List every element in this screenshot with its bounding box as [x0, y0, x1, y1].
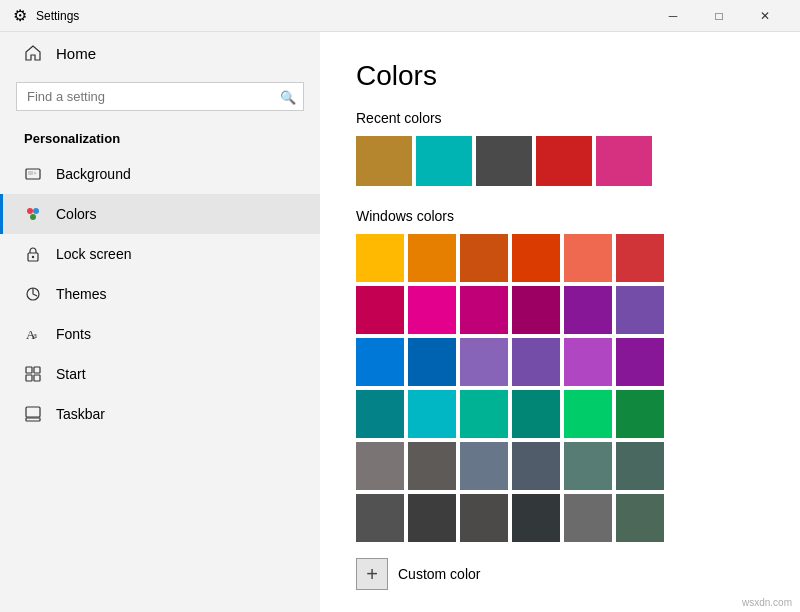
windows-color-swatch[interactable]: [616, 442, 664, 490]
sidebar-item-taskbar[interactable]: Taskbar: [0, 394, 320, 434]
maximize-button[interactable]: □: [696, 0, 742, 32]
windows-color-swatch[interactable]: [616, 494, 664, 542]
home-icon: [24, 44, 42, 62]
recent-colors-row: [356, 136, 764, 186]
fonts-label: Fonts: [56, 326, 91, 342]
windows-color-swatch[interactable]: [512, 390, 560, 438]
sidebar-home[interactable]: Home: [0, 32, 320, 74]
svg-point-4: [33, 208, 39, 214]
custom-color-button[interactable]: + Custom color: [356, 558, 764, 590]
recent-colors-label: Recent colors: [356, 110, 764, 126]
windows-color-swatch[interactable]: [512, 338, 560, 386]
windows-color-swatch[interactable]: [356, 494, 404, 542]
recent-color-swatch[interactable]: [476, 136, 532, 186]
title-bar-text: Settings: [36, 9, 79, 23]
windows-color-swatch[interactable]: [512, 442, 560, 490]
background-label: Background: [56, 166, 131, 182]
title-controls: ─ □ ✕: [650, 0, 788, 32]
recent-color-swatch[interactable]: [356, 136, 412, 186]
windows-color-swatch[interactable]: [356, 286, 404, 334]
windows-color-swatch[interactable]: [356, 390, 404, 438]
windows-color-swatch[interactable]: [512, 286, 560, 334]
sidebar-section-title: Personalization: [0, 119, 320, 154]
app-body: Home 🔍 Personalization Background: [0, 32, 800, 612]
windows-color-swatch[interactable]: [460, 286, 508, 334]
lockscreen-label: Lock screen: [56, 246, 131, 262]
svg-rect-12: [34, 367, 40, 373]
windows-colors-section: Windows colors: [356, 208, 764, 542]
watermark: wsxdn.com: [742, 597, 792, 608]
settings-window-icon: ⚙: [12, 8, 28, 24]
recent-color-swatch[interactable]: [416, 136, 472, 186]
windows-color-swatch[interactable]: [408, 494, 456, 542]
sidebar-item-themes[interactable]: Themes: [0, 274, 320, 314]
windows-color-swatch[interactable]: [616, 390, 664, 438]
plus-icon: +: [356, 558, 388, 590]
windows-color-swatch[interactable]: [564, 338, 612, 386]
svg-rect-16: [26, 418, 40, 421]
windows-color-swatch[interactable]: [408, 338, 456, 386]
search-icon: 🔍: [280, 89, 296, 104]
windows-colors-row: [356, 286, 764, 334]
windows-color-swatch[interactable]: [512, 494, 560, 542]
sidebar-item-lockscreen[interactable]: Lock screen: [0, 234, 320, 274]
lockscreen-icon: [24, 245, 42, 263]
windows-color-swatch[interactable]: [356, 234, 404, 282]
svg-rect-13: [26, 375, 32, 381]
windows-color-swatch[interactable]: [564, 494, 612, 542]
windows-color-swatch[interactable]: [512, 234, 560, 282]
svg-point-3: [27, 208, 33, 214]
windows-color-swatch[interactable]: [356, 338, 404, 386]
svg-rect-15: [26, 407, 40, 417]
title-bar: ⚙ Settings ─ □ ✕: [0, 0, 800, 32]
custom-color-label: Custom color: [398, 566, 480, 582]
windows-colors-row: [356, 234, 764, 282]
windows-color-swatch[interactable]: [460, 494, 508, 542]
page-title: Colors: [356, 60, 764, 92]
recent-color-swatch[interactable]: [536, 136, 592, 186]
windows-color-swatch[interactable]: [408, 390, 456, 438]
start-icon: [24, 365, 42, 383]
windows-color-swatch[interactable]: [460, 390, 508, 438]
svg-rect-11: [26, 367, 32, 373]
svg-point-7: [32, 256, 34, 258]
sidebar-item-start[interactable]: Start: [0, 354, 320, 394]
fonts-icon: A a: [24, 325, 42, 343]
themes-icon: [24, 285, 42, 303]
windows-color-swatch[interactable]: [564, 234, 612, 282]
search-input[interactable]: [16, 82, 304, 111]
windows-color-swatch[interactable]: [460, 442, 508, 490]
windows-colors-row: [356, 442, 764, 490]
windows-color-swatch[interactable]: [460, 234, 508, 282]
recent-color-swatch[interactable]: [596, 136, 652, 186]
sidebar-item-colors[interactable]: Colors: [0, 194, 320, 234]
windows-color-swatch[interactable]: [564, 442, 612, 490]
close-button[interactable]: ✕: [742, 0, 788, 32]
svg-rect-14: [34, 375, 40, 381]
windows-color-swatch[interactable]: [408, 234, 456, 282]
taskbar-icon: [24, 405, 42, 423]
sidebar-item-background[interactable]: Background: [0, 154, 320, 194]
svg-point-5: [30, 214, 36, 220]
themes-label: Themes: [56, 286, 107, 302]
home-label: Home: [56, 45, 96, 62]
windows-color-swatch[interactable]: [616, 234, 664, 282]
windows-color-swatch[interactable]: [564, 390, 612, 438]
title-bar-left: ⚙ Settings: [12, 8, 650, 24]
svg-text:a: a: [33, 330, 37, 340]
windows-colors-row: [356, 338, 764, 386]
windows-color-swatch[interactable]: [356, 442, 404, 490]
background-icon: [24, 165, 42, 183]
windows-color-swatch[interactable]: [408, 442, 456, 490]
sidebar-item-fonts[interactable]: A a Fonts: [0, 314, 320, 354]
colors-icon: [24, 205, 42, 223]
svg-point-2: [34, 172, 37, 175]
minimize-button[interactable]: ─: [650, 0, 696, 32]
windows-color-swatch[interactable]: [616, 338, 664, 386]
content-area: Colors Recent colors Windows colors + Cu…: [320, 32, 800, 612]
windows-colors-row: [356, 390, 764, 438]
windows-color-swatch[interactable]: [564, 286, 612, 334]
windows-color-swatch[interactable]: [616, 286, 664, 334]
windows-color-swatch[interactable]: [408, 286, 456, 334]
windows-color-swatch[interactable]: [460, 338, 508, 386]
